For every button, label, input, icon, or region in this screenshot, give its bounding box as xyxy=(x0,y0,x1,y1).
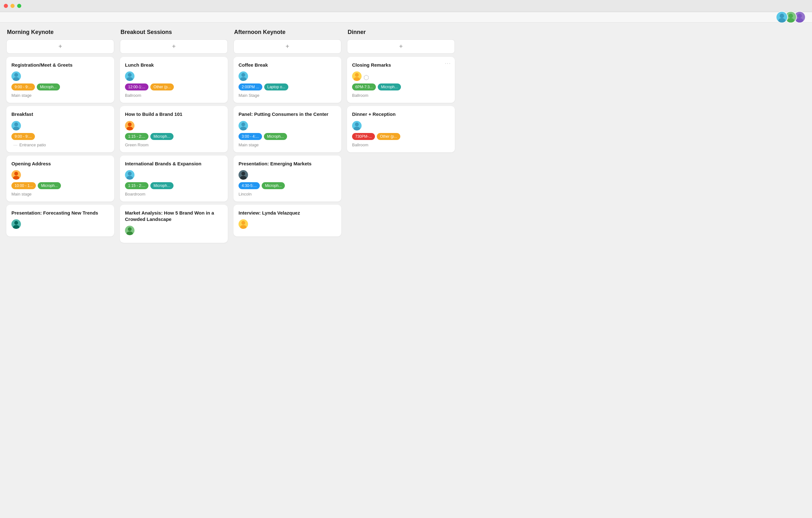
tag: 1:15 - 2:... xyxy=(125,133,148,140)
card-location: Main stage xyxy=(11,93,109,98)
card-card-6[interactable]: How to Build a Brand 101 1:15 - 2:...Mic… xyxy=(120,106,228,152)
card-location: Green Room xyxy=(125,142,223,147)
card-tags: 9:00 - 9:...Microph... xyxy=(11,83,109,90)
card-location: Main stage xyxy=(11,192,109,196)
svg-point-28 xyxy=(241,221,245,225)
column-afternoon-keynote: Afternoon Keynote + Coffee Break 2:00PM … xyxy=(233,29,341,246)
svg-point-3 xyxy=(787,18,794,23)
avatar-1 xyxy=(776,11,788,23)
card-menu-dots[interactable]: ··· xyxy=(445,61,451,66)
tag: 3:00 - 4:... xyxy=(238,133,262,140)
card-card-9[interactable]: Coffee Break 2:00PM ...Laptop o... Main … xyxy=(233,57,341,103)
tag: 730PM-... xyxy=(352,133,375,140)
tag: 6PM-7:3... xyxy=(352,83,376,90)
card-card-4[interactable]: Presentation: Forecasting New Trends xyxy=(6,205,114,237)
card-card-14[interactable]: Dinner + Reception 730PM-...Other (p... … xyxy=(347,106,455,152)
svg-point-0 xyxy=(780,13,784,18)
card-title: Lunch Break xyxy=(125,62,223,68)
card-tags: 2:00PM ...Laptop o... xyxy=(238,83,336,90)
card-tags: 3:00 - 4:...Microph... xyxy=(238,133,336,140)
card-location: Main stage xyxy=(238,142,336,147)
svg-point-13 xyxy=(13,225,19,229)
svg-point-1 xyxy=(778,18,785,23)
tag: 10:00 - 1... xyxy=(11,182,36,189)
tag: Microph... xyxy=(262,182,285,189)
card-tags: 1:15 - 2:...Microph... xyxy=(125,133,223,140)
svg-point-25 xyxy=(240,127,246,131)
tag: Laptop o... xyxy=(264,83,289,90)
board-container: Morning Keynote + Registration/Meet & Gr… xyxy=(0,23,812,252)
svg-point-4 xyxy=(798,13,802,18)
card-card-2[interactable]: Breakfast 9:00 - 9:... —Entrance patio xyxy=(6,106,114,152)
column-header-afternoon-keynote: Afternoon Keynote xyxy=(233,29,341,35)
card-card-5[interactable]: Lunch Break 12:00-1:...Other (p... Ballr… xyxy=(120,57,228,103)
svg-point-14 xyxy=(128,73,132,77)
titlebar xyxy=(0,0,812,12)
card-card-3[interactable]: Opening Address 10:00 - 1...Microph... M… xyxy=(6,156,114,201)
card-title: Presentation: Emerging Markets xyxy=(238,161,336,167)
card-location: Ballroom xyxy=(352,142,450,147)
add-card-btn-morning-keynote[interactable]: + xyxy=(6,39,114,54)
column-header-morning-keynote: Morning Keynote xyxy=(6,29,114,35)
card-card-13[interactable]: ··· Closing Remarks ⬡ 6PM-7:3...Microph.… xyxy=(347,57,455,103)
svg-point-19 xyxy=(126,176,133,180)
tag: 9:00 - 9:... xyxy=(11,133,35,140)
settings-icon: ⬡ xyxy=(364,74,369,81)
add-card-btn-dinner[interactable]: + xyxy=(347,39,455,54)
svg-point-16 xyxy=(128,122,132,126)
svg-point-12 xyxy=(14,221,18,225)
svg-point-27 xyxy=(240,176,246,180)
svg-point-2 xyxy=(788,13,793,18)
avatars-group xyxy=(776,11,806,23)
card-title: Market Analysis: How 5 Brand Won in a Cr… xyxy=(125,210,223,223)
card-title: Registration/Meet & Greets xyxy=(11,62,109,68)
card-title: Panel: Putting Consumers in the Center xyxy=(238,111,336,117)
tag: Microph... xyxy=(38,182,61,189)
card-tags: 1:15 - 2:...Microph... xyxy=(125,182,223,189)
titlebar-dot-green xyxy=(17,4,21,8)
svg-point-32 xyxy=(355,122,359,126)
tag: 1:15 - 2:... xyxy=(125,182,148,189)
svg-point-17 xyxy=(126,127,133,131)
column-breakout-sessions: Breakout Sessions + Lunch Break 12:00-1:… xyxy=(120,29,228,246)
card-tags: 9:00 - 9:... xyxy=(11,133,109,140)
svg-point-26 xyxy=(241,172,245,175)
card-card-8[interactable]: Market Analysis: How 5 Brand Won in a Cr… xyxy=(120,205,228,243)
card-tags: 10:00 - 1...Microph... xyxy=(11,182,109,189)
card-tags: 730PM-...Other (p... xyxy=(352,133,450,140)
tag: 4:30-5:... xyxy=(238,182,260,189)
svg-point-24 xyxy=(241,122,245,126)
add-card-btn-afternoon-keynote[interactable]: + xyxy=(233,39,341,54)
card-title: Dinner + Reception xyxy=(352,111,450,117)
card-location: Main Stage xyxy=(238,93,336,98)
card-tags: 4:30-5:...Microph... xyxy=(238,182,336,189)
card-location: Ballroom xyxy=(352,93,450,98)
card-title: Breakfast xyxy=(11,111,109,117)
card-card-12[interactable]: Interview: Lynda Velazquez xyxy=(233,205,341,237)
card-card-10[interactable]: Panel: Putting Consumers in the Center 3… xyxy=(233,106,341,152)
card-title: Opening Address xyxy=(11,161,109,167)
titlebar-dot-red xyxy=(4,4,8,8)
card-card-1[interactable]: Registration/Meet & Greets 9:00 - 9:...M… xyxy=(6,57,114,103)
card-card-11[interactable]: Presentation: Emerging Markets 4:30-5:..… xyxy=(233,156,341,201)
svg-point-18 xyxy=(128,172,132,175)
titlebar-dot-yellow xyxy=(10,4,14,8)
board: Morning Keynote + Registration/Meet & Gr… xyxy=(6,29,806,246)
tag: Microph... xyxy=(378,83,401,90)
card-card-7[interactable]: International Brands & Expansion 1:15 - … xyxy=(120,156,228,201)
svg-point-5 xyxy=(796,18,803,23)
column-header-breakout-sessions: Breakout Sessions xyxy=(120,29,228,35)
tag: Other (p... xyxy=(150,83,174,90)
svg-point-22 xyxy=(241,73,245,77)
card-tags: 6PM-7:3...Microph... xyxy=(352,83,450,90)
svg-point-8 xyxy=(14,122,18,126)
column-morning-keynote: Morning Keynote + Registration/Meet & Gr… xyxy=(6,29,114,246)
svg-point-7 xyxy=(13,77,19,81)
svg-point-31 xyxy=(354,77,360,81)
svg-point-33 xyxy=(354,127,360,131)
add-card-btn-breakout-sessions[interactable]: + xyxy=(120,39,228,54)
card-title: Coffee Break xyxy=(238,62,336,68)
card-location: —Entrance patio xyxy=(11,142,109,147)
tag: Microph... xyxy=(150,182,174,189)
card-title: Interview: Lynda Velazquez xyxy=(238,210,336,216)
